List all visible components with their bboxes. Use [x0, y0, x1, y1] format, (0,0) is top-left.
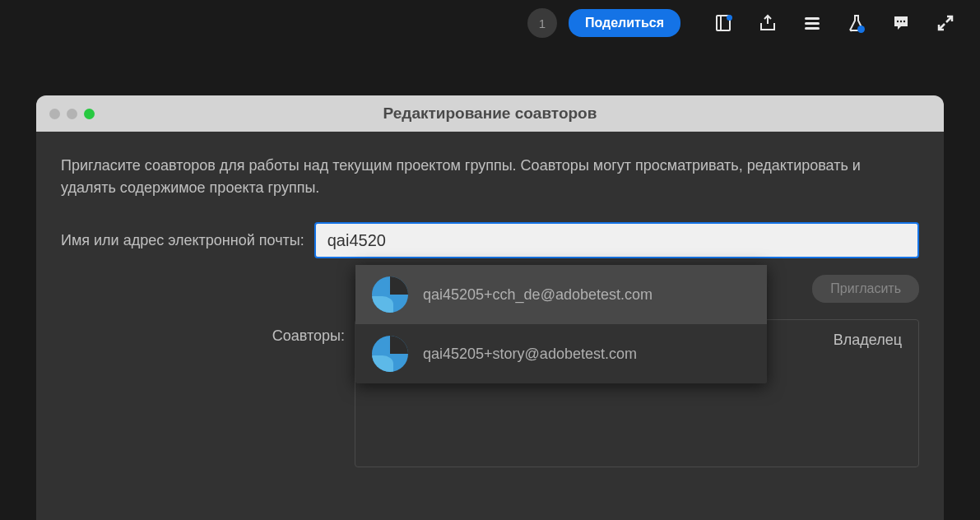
window-controls [49, 109, 95, 119]
modal-titlebar[interactable]: Редактирование соавторов [36, 95, 944, 132]
svg-rect-4 [805, 27, 820, 30]
invite-button[interactable]: Пригласить [812, 275, 919, 303]
svg-point-6 [900, 21, 902, 22]
minimize-window-icon[interactable] [67, 109, 77, 119]
export-icon[interactable] [758, 13, 778, 33]
svg-point-5 [897, 21, 899, 22]
email-input-label: Имя или адрес электронной почты: [61, 232, 304, 249]
notification-dot-icon [857, 26, 865, 33]
maximize-window-icon[interactable] [84, 109, 95, 119]
notification-dot-icon [727, 15, 732, 21]
list-icon[interactable] [802, 13, 822, 33]
top-toolbar: 1 Поделиться [0, 0, 980, 46]
avatar [372, 276, 408, 313]
avatar [372, 336, 408, 372]
autocomplete-item[interactable]: qai45205+cch_de@adobetest.com [355, 265, 767, 324]
autocomplete-email: qai45205+story@adobetest.com [423, 346, 637, 363]
autocomplete-item[interactable]: qai45205+story@adobetest.com [355, 324, 767, 383]
close-window-icon[interactable] [49, 109, 60, 119]
edit-collaborators-modal: Редактирование соавторов Пригласите соав… [36, 95, 944, 520]
collaborators-label: Соавторы: [61, 319, 345, 345]
modal-title: Редактирование соавторов [36, 104, 944, 123]
chat-icon[interactable] [891, 13, 911, 33]
email-input-row: Имя или адрес электронной почты: [61, 222, 919, 258]
svg-rect-2 [805, 17, 820, 20]
notification-badge[interactable]: 1 [527, 8, 557, 38]
autocomplete-email: qai45205+cch_de@adobetest.com [423, 286, 653, 304]
flask-icon[interactable] [847, 13, 866, 33]
share-button[interactable]: Поделиться [569, 9, 680, 37]
expand-icon[interactable] [936, 13, 955, 33]
email-field[interactable] [314, 222, 919, 258]
document-icon[interactable] [713, 13, 733, 33]
autocomplete-dropdown: qai45205+cch_de@adobetest.com qai45205+s… [355, 265, 767, 383]
badge-count: 1 [539, 16, 546, 30]
modal-description: Пригласите соавторов для работы над теку… [61, 155, 919, 199]
role-label: Владелец [834, 332, 902, 349]
svg-rect-3 [805, 22, 820, 25]
svg-point-7 [903, 21, 905, 22]
toolbar-left-group: 1 Поделиться [527, 8, 680, 38]
